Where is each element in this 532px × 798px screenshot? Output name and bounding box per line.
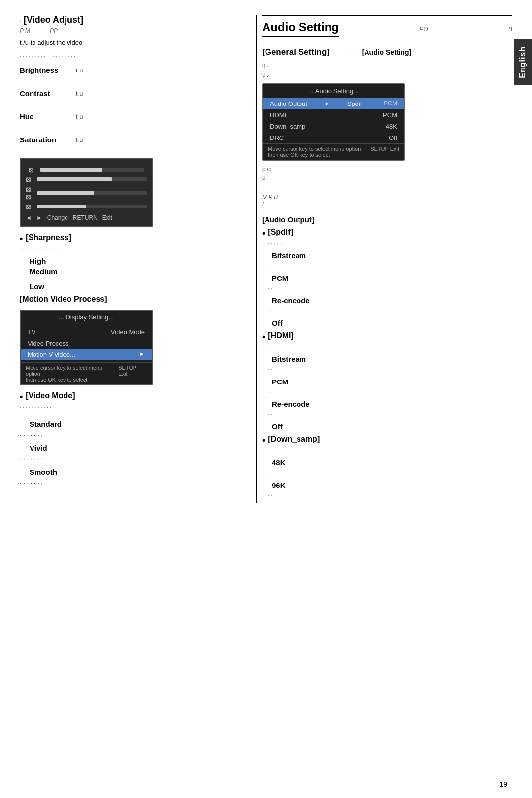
video-mode-bullet-item: • [Video Mode] <box>20 391 246 401</box>
sharpness-bullet: • <box>20 234 23 243</box>
screen-bar-fill-1 <box>40 168 102 172</box>
hdmi-off: Off <box>272 422 512 431</box>
contrast-row: Contrast t u <box>20 89 246 98</box>
video-adjust-desc: · · · · · · · · · · · · · · · · · <box>20 51 246 61</box>
audio-popup-label-3: Down_samp <box>270 123 305 130</box>
video-mode-smooth-desc: · · · · · · · <box>20 478 246 488</box>
display-menu-footer-left: Move cursor key to select menu optionthe… <box>26 365 118 382</box>
video-adjust-subtitle-pm: P M <box>20 27 30 34</box>
downsamp-96k: 96K <box>272 481 512 489</box>
general-setting-section: [General Setting] · · · · · · · · [Audio… <box>262 43 512 208</box>
hdmi-bullet: • <box>262 332 265 341</box>
saturation-arrows: t u <box>76 136 83 143</box>
spdif-bitstream-desc: · · · · <box>262 262 512 270</box>
screen-bar-fill-3 <box>37 191 94 195</box>
audio-popup-row-4: DRC Off <box>263 132 404 143</box>
screen-bar-1 <box>40 168 144 172</box>
display-menu-motion-label: Motion V video... <box>28 351 75 358</box>
display-menu-box: ... Display Setting... TV Video Mode Vid… <box>20 310 153 385</box>
video-mode-standard-desc: · · · · · · · <box>20 430 246 440</box>
display-menu-row-videoprocess: Video Process <box>21 338 152 349</box>
audio-popup-label-1: Audio Output <box>270 100 307 107</box>
audio-popup-row-2: HDMI PCM <box>263 109 404 121</box>
downsamp-bullet: • <box>262 436 265 445</box>
screen-bar-4 <box>37 205 147 208</box>
screen-row-2: ⊠ <box>26 176 147 183</box>
screen-row-3: ⊠ ⊠ <box>26 186 147 201</box>
audio-subtitle-po: PO <box>419 26 428 33</box>
audio-popup-title: ... Audio Setting... <box>263 84 404 98</box>
display-menu-tv-label: TV <box>28 328 36 336</box>
display-menu-row-tv: TV Video Mode <box>21 326 152 338</box>
hdmi-bitstream: Bitstream <box>272 355 512 363</box>
general-setting-italic: M P B <box>262 194 512 201</box>
audio-output-section: [Audio Output] • [Spdif] · · · · · · · ·… <box>262 215 512 500</box>
audio-popup-value-2: PCM <box>383 111 397 119</box>
spdif-section: • [Spdif] · · · · · · · · · Bitstream · … <box>262 228 512 327</box>
audio-setting-ref: [Audio Setting] <box>362 48 411 56</box>
language-tab: English <box>514 39 532 85</box>
audio-output-title: [Audio Output] <box>262 215 512 224</box>
audio-popup-footer-right: SETUP Exit <box>370 146 399 158</box>
video-mode-standard: Standard <box>30 420 246 428</box>
hdmi-bitstream-desc: · · · · <box>262 365 512 374</box>
page-number: 19 <box>499 780 507 788</box>
motion-video-section: [Motion Video Process] ... Display Setti… <box>20 295 246 385</box>
sharpness-high: High <box>30 257 246 265</box>
sharpness-bullet-item: • [Sharpness] <box>20 233 246 243</box>
audio-popup-box: ... Audio Setting... Audio Output ► Spdi… <box>262 83 405 161</box>
spdif-pcm: PCM <box>272 274 512 282</box>
general-setting-extra: . <box>262 183 512 192</box>
audio-popup-footer: Move cursor key to select menu optionthe… <box>263 143 404 160</box>
display-menu-title: ... Display Setting... <box>21 311 152 324</box>
contrast-label: Contrast <box>20 89 74 98</box>
general-setting-italic-sub: t <box>262 201 512 208</box>
spdif-off: Off <box>272 319 512 327</box>
spdif-bullet: • <box>262 229 265 238</box>
general-setting-nav-2: p /q <box>262 166 512 173</box>
hdmi-pcm-desc: · · · · <box>262 388 512 396</box>
spdif-reencode: Re-encode <box>272 296 512 305</box>
screen-icon-3: ⊠ ⊠ <box>26 186 34 201</box>
display-menu-row-motion: Motion V video... ► <box>21 349 152 360</box>
video-mode-section: • [Video Mode] · · · · · · · · · · · Sta… <box>20 391 246 487</box>
video-adjust-section: • [Video Adjust] P M PP t /u to adjust t… <box>20 15 246 227</box>
sharpness-desc: · · · · · · · · · · · · · · <box>20 245 246 253</box>
audio-main-title: Audio Setting <box>262 20 339 37</box>
video-mode-vivid-desc: · · · · · · · <box>20 454 246 464</box>
video-adjust-instruction: t /u to adjust the video <box>20 39 246 46</box>
spdif-reencode-desc: · · · · <box>262 307 512 315</box>
screen-icon-2: ⊠ <box>26 176 34 183</box>
audio-popup-value-3: 48K <box>386 123 397 130</box>
audio-popup-pcm-1: PCM <box>384 100 397 107</box>
display-menu-footer: Move cursor key to select menu optionthe… <box>21 362 152 384</box>
spdif-pcm-desc: · · · · <box>262 284 512 293</box>
audio-popup-row-1: Audio Output ► Spdif PCM <box>263 98 404 109</box>
motion-video-title: [Motion Video Process] <box>20 295 107 304</box>
audio-popup-value-1: Spdif <box>347 100 362 107</box>
audio-subtitle-b: B <box>508 26 512 33</box>
left-column: • [Video Adjust] P M PP t /u to adjust t… <box>20 15 256 503</box>
motion-video-bullet-item: [Motion Video Process] <box>20 295 246 304</box>
hdmi-section: • [HDMI] · · · · · · · · · Bitstream · ·… <box>262 331 512 431</box>
audio-popup-row-3: Down_samp 48K <box>263 121 404 132</box>
hdmi-bullet-item: • [HDMI] <box>262 331 512 341</box>
two-column-layout: • [Video Adjust] P M PP t /u to adjust t… <box>20 15 512 503</box>
hdmi-title: [HDMI] <box>268 331 294 340</box>
contrast-arrows: t u <box>76 90 83 97</box>
brightness-row: Brightness t u <box>20 66 246 74</box>
audio-popup-value-4: Off <box>389 134 397 141</box>
video-mode-vivid: Vivid <box>30 444 246 452</box>
screen-row-4: ⊠ <box>26 203 147 210</box>
sharpness-low: Low <box>30 282 246 291</box>
downsamp-bullet-item: • [Down_samp] <box>262 435 512 445</box>
sharpness-title: [Sharpness] <box>26 233 71 242</box>
audio-popup-label-2: HDMI <box>270 111 286 119</box>
display-menu-motion-arrow: ► <box>139 351 145 358</box>
hue-label: Hue <box>20 112 74 121</box>
downsamp-48k: 48K <box>272 458 512 467</box>
video-mode-title: [Video Mode] <box>26 391 75 400</box>
video-adjust-subtitle-pp: PP <box>50 27 58 34</box>
saturation-row: Saturation t u <box>20 136 246 144</box>
downsamp-title: [Down_samp] <box>268 435 320 444</box>
